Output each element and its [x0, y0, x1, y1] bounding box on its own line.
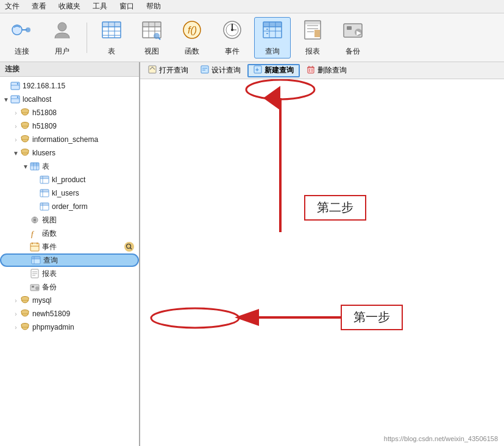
svg-rect-73	[40, 203, 49, 205]
toolbar-backup-label: 备份	[346, 46, 360, 57]
tree-label-tables-folder: 表	[42, 161, 49, 172]
new-query-label: 新建查询	[264, 65, 294, 76]
svg-point-45	[17, 83, 18, 84]
tree-item-kl-product[interactable]: kl_product	[0, 173, 139, 186]
main-layout: 连接 192.168.1.15 ▼ localhost	[0, 62, 504, 446]
tree-label-kl-product: kl_product	[52, 175, 85, 184]
tree-item-h51809[interactable]: › h51809	[0, 119, 139, 133]
new-query-btn[interactable]: + 新建查询	[247, 64, 300, 77]
toolbar-event[interactable]: 事件	[214, 17, 250, 58]
svg-point-93	[35, 286, 39, 290]
tree-item-backup-folder[interactable]: 备份	[0, 280, 139, 294]
tree-arrow-h51808: ›	[12, 110, 20, 116]
tree-db-icon-info-schema	[20, 135, 30, 144]
svg-point-120	[151, 308, 239, 328]
toolbar-view[interactable]: 视图	[133, 17, 170, 58]
tree-item-tables-folder[interactable]: ▼ 表	[0, 160, 139, 173]
user-icon	[51, 19, 73, 44]
table-icon	[101, 19, 122, 44]
tree-arrow-klusers: ▼	[12, 150, 20, 157]
menu-bar: 文件 查看 收藏夹 工具 窗口 帮助	[0, 0, 504, 13]
svg-rect-37	[305, 21, 321, 24]
tree-item-queries-folder[interactable]: 查询	[0, 253, 139, 267]
tree-label-localhost: localhost	[23, 95, 51, 104]
open-query-btn[interactable]: 打开查询	[143, 64, 194, 77]
menu-bookmarks[interactable]: 收藏夹	[56, 1, 83, 12]
toolbar-user[interactable]: 用户	[44, 17, 80, 58]
svg-rect-30	[263, 22, 282, 27]
svg-rect-9	[102, 22, 121, 27]
svg-rect-118	[341, 305, 402, 330]
toolbar-user-label: 用户	[55, 46, 69, 57]
main-toolbar: 连接 用户 表	[0, 13, 504, 62]
svg-point-2	[58, 23, 66, 31]
svg-point-75	[34, 219, 36, 221]
tree-item-events-folder[interactable]: 事件	[0, 240, 139, 253]
tree-item-klusers[interactable]: ▼ klusers	[0, 146, 139, 160]
svg-text:f: f	[31, 229, 35, 238]
backup-icon: ▶	[342, 19, 364, 44]
right-panel: 打开查询 设计查询 + 新建查询 删除查询	[140, 62, 504, 446]
svg-point-24	[231, 29, 233, 31]
func-icon: f()	[181, 19, 203, 44]
menu-view[interactable]: 查看	[29, 1, 49, 12]
toolbar-query[interactable]: 查询	[254, 17, 291, 58]
tree-label-order-form: order_form	[52, 202, 88, 211]
design-query-label: 设计查询	[211, 65, 241, 76]
menu-file[interactable]: 文件	[2, 1, 22, 12]
tree-arrow-mysql: ›	[12, 297, 20, 304]
tree-db-icon-klusers	[20, 148, 30, 158]
left-panel: 连接 192.168.1.15 ▼ localhost	[0, 62, 140, 446]
toolbar-connect[interactable]: 连接	[4, 17, 40, 58]
menu-window[interactable]: 窗口	[117, 1, 137, 12]
tree-item-newh51809[interactable]: › newh51809	[0, 307, 139, 320]
tree-db-icon-phpmyadmin	[20, 322, 30, 332]
svg-rect-15	[143, 22, 161, 27]
tree-item-order-form[interactable]: order_form	[0, 200, 139, 213]
tree-table-folder-icon	[29, 161, 40, 171]
menu-help[interactable]: 帮助	[144, 1, 163, 12]
design-query-btn[interactable]: 设计查询	[195, 64, 246, 77]
svg-rect-69	[40, 189, 49, 192]
tree-arrow-localhost: ▼	[2, 96, 10, 103]
tree-table-icon-kl-product	[39, 175, 50, 185]
tree-label-reports-folder: 报表	[42, 269, 57, 279]
svg-point-48	[17, 96, 18, 97]
tree-db-icon-mysql	[20, 296, 30, 305]
tree-item-ip[interactable]: 192.168.1.15	[0, 79, 139, 93]
toolbar-func[interactable]: f() 函数	[174, 17, 210, 58]
query-icon	[261, 19, 283, 44]
tree-label-backup-folder: 备份	[42, 282, 57, 292]
delete-query-label: 删除查询	[318, 65, 347, 76]
toolbar-query-label: 查询	[265, 46, 280, 57]
svg-rect-92	[32, 286, 34, 288]
tree-item-localhost[interactable]: ▼ localhost	[0, 93, 139, 106]
tree-arrow-info-schema: ›	[12, 136, 20, 143]
svg-line-82	[130, 248, 132, 250]
tree-db-icon-h51809	[20, 121, 30, 131]
tree-item-kl-users[interactable]: kl_users	[0, 186, 139, 200]
tree-item-h51808[interactable]: › h51808	[0, 106, 139, 119]
tree-table-icon-kl-users	[39, 188, 50, 198]
tree-item-views-folder[interactable]: 视图	[0, 213, 139, 227]
tree-arrow-phpmyadmin: ›	[12, 324, 20, 331]
tree-item-phpmyadmin[interactable]: › phpmyadmin	[0, 320, 139, 334]
delete-query-btn[interactable]: 删除查询	[301, 64, 352, 77]
tree-label-info-schema: information_schema	[32, 135, 98, 144]
svg-text:f(): f()	[188, 25, 197, 35]
toolbar-table[interactable]: 表	[93, 17, 130, 58]
toolbar-report[interactable]: 报表	[294, 17, 331, 58]
tree-label-funcs-folder: 函数	[42, 228, 57, 239]
tree-queries-icon	[30, 255, 41, 265]
tree-arrow-tables-folder: ▼	[22, 163, 29, 170]
tree-item-info-schema[interactable]: › information_schema	[0, 133, 139, 146]
toolbar-backup[interactable]: ▶ 备份	[335, 17, 371, 58]
tree-item-funcs-folder[interactable]: f 函数	[0, 227, 139, 240]
menu-tools[interactable]: 工具	[90, 1, 110, 12]
tree-item-reports-folder[interactable]: 报表	[0, 267, 139, 280]
tree-item-mysql[interactable]: › mysql	[0, 294, 139, 307]
annotation-area: 第二步 第一步 https://blog.csdn.net/weixin_435…	[140, 79, 504, 446]
view-icon	[141, 19, 163, 44]
annotation-svg: 第二步 第一步	[140, 79, 504, 446]
svg-point-1	[26, 27, 30, 32]
